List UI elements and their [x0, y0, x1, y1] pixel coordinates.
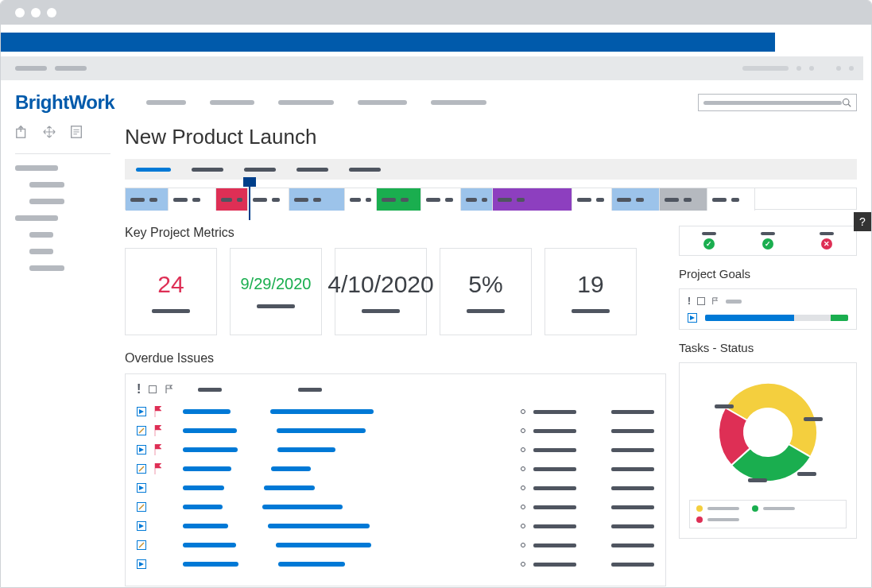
priority-column-icon[interactable]: !	[137, 382, 141, 397]
overdue-row[interactable]	[137, 540, 654, 551]
app-ribbon	[1, 33, 775, 52]
ribbon-item[interactable]	[15, 66, 47, 71]
checkmark-icon: ✓	[762, 238, 773, 250]
issue-owner	[611, 563, 654, 567]
metric-card[interactable]: 24	[125, 248, 217, 335]
sidebar-divider	[15, 153, 110, 154]
legend-item	[696, 505, 739, 512]
donut-labels	[708, 373, 827, 492]
overdue-row[interactable]	[137, 444, 654, 455]
priority-icon: !	[688, 296, 691, 307]
control-placeholder[interactable]	[742, 66, 789, 71]
goal-row[interactable]	[688, 313, 848, 323]
overdue-row[interactable]	[137, 482, 654, 493]
sidebar-item[interactable]	[29, 265, 64, 271]
issue-owner	[611, 505, 654, 509]
tab-item[interactable]	[192, 168, 223, 172]
overdue-row[interactable]	[137, 501, 654, 513]
control-dot-icon[interactable]	[809, 66, 814, 71]
timeline-segment[interactable]	[612, 188, 660, 211]
issue-title	[183, 543, 236, 547]
control-dot-icon[interactable]	[796, 66, 801, 71]
search-input[interactable]	[698, 94, 857, 111]
sidebar-item[interactable]	[15, 165, 58, 171]
control-dot-icon[interactable]	[836, 66, 841, 71]
ribbon-item[interactable]	[55, 66, 87, 71]
timeline-segment[interactable]	[493, 188, 572, 211]
timeline-segment[interactable]	[345, 188, 377, 211]
timeline-segment[interactable]	[169, 188, 216, 211]
play-icon	[137, 407, 146, 416]
flag-column-icon[interactable]	[165, 385, 174, 394]
metric-card[interactable]: 4/10/2020	[335, 248, 427, 335]
breadcrumb-item[interactable]	[278, 100, 334, 105]
issue-title	[183, 447, 238, 452]
timeline-segment[interactable]	[377, 188, 421, 211]
timeline-segment[interactable]	[707, 188, 755, 211]
timeline-gantt[interactable]	[125, 188, 857, 210]
issue-owner	[611, 544, 654, 547]
sidebar-item[interactable]	[29, 232, 53, 238]
issue-description	[277, 447, 335, 452]
checkbox-column-icon[interactable]	[149, 385, 157, 393]
chart-legend	[689, 500, 847, 528]
flag-icon	[154, 501, 162, 513]
logo[interactable]: BrightWork	[15, 91, 114, 114]
timeline-segment[interactable]	[660, 188, 707, 211]
project-goals-card: !	[679, 288, 857, 330]
metric-card[interactable]: 5%	[440, 248, 532, 335]
overdue-row[interactable]	[137, 520, 654, 532]
metric-card[interactable]: 9/29/2020	[230, 248, 322, 335]
column-header[interactable]	[298, 388, 322, 392]
metric-value: 4/10/2020	[327, 271, 433, 298]
chart-label	[715, 404, 734, 408]
breadcrumb-item[interactable]	[210, 100, 254, 105]
column-header[interactable]	[198, 388, 222, 392]
issue-owner	[611, 524, 654, 528]
issue-description	[271, 466, 311, 471]
sidebar-item[interactable]	[29, 249, 53, 254]
timeline-segment[interactable]	[289, 188, 345, 211]
issue-owner	[611, 410, 654, 414]
move-icon[interactable]	[42, 125, 56, 139]
sidebar-item[interactable]	[29, 199, 64, 204]
document-icon[interactable]	[69, 125, 83, 139]
breadcrumb-item[interactable]	[358, 100, 407, 105]
timeline-segment[interactable]	[461, 188, 493, 211]
timeline-segment[interactable]	[126, 188, 169, 211]
issue-description	[277, 428, 366, 433]
tab-item[interactable]	[296, 168, 328, 172]
sidebar-item[interactable]	[29, 182, 64, 188]
right-column: ✓✓✕ Project Goals !	[679, 226, 857, 586]
overdue-row[interactable]	[137, 559, 654, 570]
tab-item[interactable]	[244, 168, 276, 172]
goals-title: Project Goals	[679, 267, 857, 280]
sidebar-item[interactable]	[15, 215, 58, 221]
issue-date	[533, 467, 576, 471]
help-button[interactable]: ?	[854, 212, 871, 231]
issue-description	[270, 409, 374, 414]
tab-item[interactable]	[349, 168, 381, 172]
checkbox-icon[interactable]	[697, 297, 705, 305]
issue-description	[276, 543, 371, 547]
overdue-row[interactable]	[137, 463, 654, 474]
flag-icon	[154, 425, 162, 436]
breadcrumb-item[interactable]	[146, 100, 186, 105]
overdue-header: !	[137, 382, 654, 397]
issue-title	[183, 505, 223, 509]
bullet-icon	[521, 466, 525, 471]
timeline-segment[interactable]	[421, 188, 461, 211]
share-icon[interactable]	[15, 125, 29, 139]
overdue-row[interactable]	[137, 406, 654, 417]
control-dot-icon[interactable]	[849, 66, 854, 71]
metric-card[interactable]: 19	[545, 248, 637, 335]
overdue-row[interactable]	[137, 425, 654, 436]
breadcrumb-item[interactable]	[431, 100, 486, 105]
content: New Product Launch Key Project Metri	[125, 125, 857, 586]
metrics-row: 249/29/20204/10/20205%19	[125, 248, 666, 335]
timeline-segment[interactable]	[572, 188, 612, 211]
marker-pin-icon	[243, 177, 256, 187]
page-title: New Product Launch	[125, 125, 857, 149]
tab-active[interactable]	[136, 168, 171, 172]
issue-date	[533, 524, 576, 528]
